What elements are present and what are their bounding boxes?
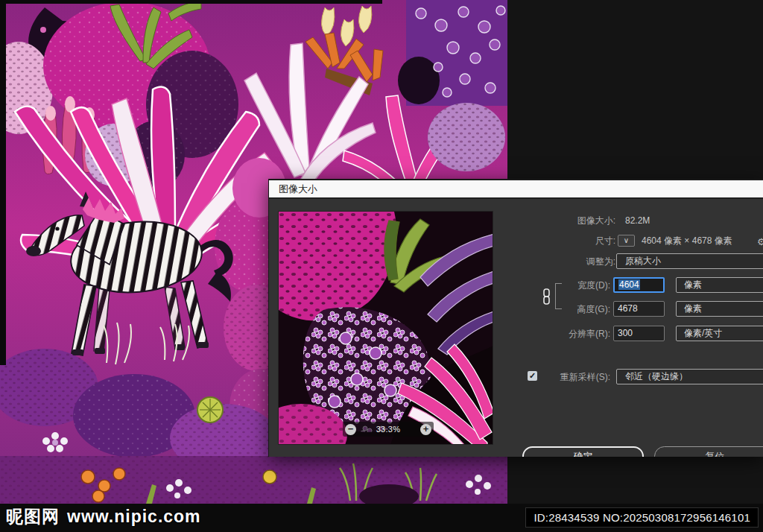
resample-value: 邻近（硬边缘） bbox=[625, 371, 688, 381]
link-bracket bbox=[555, 283, 562, 309]
width-input[interactable]: 4604 bbox=[613, 277, 665, 293]
height-unit-dropdown[interactable]: 像素 bbox=[676, 301, 763, 317]
width-unit-value: 像素 bbox=[684, 279, 702, 290]
resolution-unit-value: 像素/英寸 bbox=[684, 328, 722, 338]
image-preview[interactable]: − 33.3% + bbox=[278, 211, 493, 445]
fit-to-dropdown[interactable]: 原稿大小 bbox=[616, 253, 763, 269]
footer-bar: 昵图网www.nipic.com ID:28434539 NO:20250308… bbox=[0, 504, 763, 532]
fit-to-label: 调整为: bbox=[522, 256, 615, 267]
fit-to-value: 原稿大小 bbox=[625, 256, 661, 266]
link-dimensions-icon[interactable] bbox=[542, 288, 551, 305]
reset-button[interactable]: 复位 bbox=[654, 446, 763, 457]
preview-artwork bbox=[279, 212, 493, 445]
dialog-titlebar[interactable]: 图像大小 bbox=[269, 179, 763, 199]
width-value: 4604 bbox=[618, 279, 640, 290]
photoshop-screen: 图像大小 bbox=[0, 0, 763, 532]
resample-dropdown[interactable]: 邻近（硬边缘） bbox=[616, 369, 763, 384]
watermark-url: www.nipic.com bbox=[67, 507, 201, 526]
watermark: 昵图网www.nipic.com bbox=[6, 505, 201, 528]
height-value: 4678 bbox=[618, 303, 638, 314]
width-label: 宽度(D): bbox=[517, 280, 610, 291]
zoom-out-button[interactable]: − bbox=[345, 424, 356, 435]
height-unit-value: 像素 bbox=[684, 303, 702, 314]
width-unit-dropdown[interactable]: 像素 bbox=[676, 277, 763, 293]
zoom-level-label: 33.3% bbox=[376, 425, 401, 434]
height-label: 高度(G): bbox=[517, 304, 610, 314]
canvas-top-edge bbox=[0, 0, 382, 4]
dimensions-value: 4604 像素 × 4678 像素 bbox=[642, 235, 732, 246]
image-size-value: 82.2M bbox=[625, 215, 650, 226]
image-id-badge: ID:28434539 NO:20250308172956146101 bbox=[525, 507, 759, 528]
resolution-unit-dropdown[interactable]: 像素/英寸 bbox=[676, 326, 763, 341]
height-input[interactable]: 4678 bbox=[613, 301, 665, 317]
resolution-label: 分辨率(R): bbox=[517, 329, 610, 339]
image-size-label: 图像大小: bbox=[522, 215, 615, 226]
dialog-title: 图像大小 bbox=[279, 183, 317, 194]
canvas-left-edge bbox=[0, 0, 6, 365]
resolution-input[interactable]: 300 bbox=[613, 326, 665, 341]
resample-label: 重新采样(S): bbox=[517, 372, 610, 382]
dimensions-label: 尺寸: bbox=[522, 235, 615, 246]
gear-icon[interactable]: ⚙ bbox=[757, 236, 763, 247]
zoom-in-button[interactable]: + bbox=[420, 424, 431, 435]
dimensions-chevron-icon[interactable]: ∨ bbox=[618, 235, 635, 247]
image-size-dialog: 图像大小 bbox=[268, 179, 763, 457]
preview-zoom-bar: − 33.3% + bbox=[343, 422, 434, 437]
ok-button[interactable]: 确定 bbox=[522, 446, 644, 457]
dialog-body: − 33.3% + 图像大小: 82.2M ⚙ 尺寸: ∨ 4604 像素 × … bbox=[269, 200, 763, 457]
resolution-value: 300 bbox=[618, 328, 633, 338]
watermark-site: 昵图网 bbox=[6, 507, 60, 526]
